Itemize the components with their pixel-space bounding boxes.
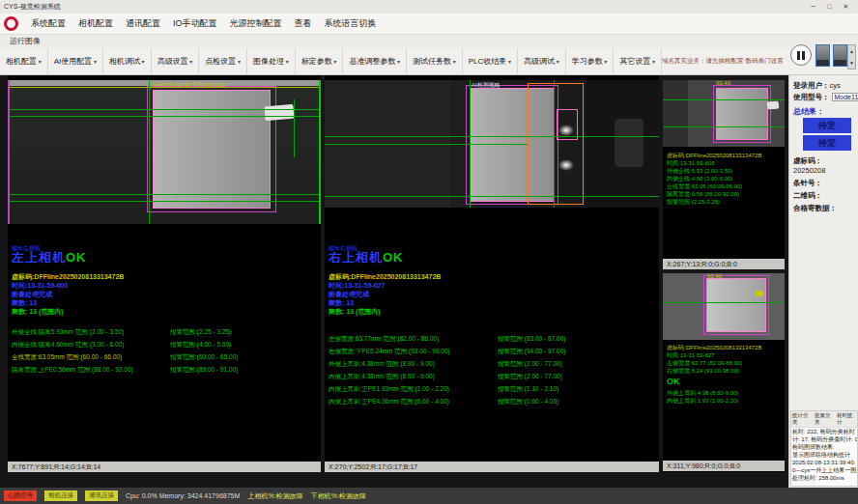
alarm-range-text: 报警范围:(1.10 - 2.10) bbox=[492, 385, 558, 394]
upper-camera-status: 上相机%:检测故障 bbox=[247, 491, 302, 501]
titlebar: CYS-视觉检测系统 ─ □ ✕ bbox=[0, 0, 858, 14]
measurement-row: 内侧全线:隔离4.60mm 范围:(3.00 - 6.00) 报警范围:(4.0… bbox=[8, 341, 321, 350]
stats-tab-time[interactable]: 耗时统计 bbox=[837, 412, 856, 426]
camera-panel-small-bottom: 93.40 虚标码:DFFIine2025020813313472B 时间:13… bbox=[663, 273, 785, 472]
maximize-button[interactable]: □ bbox=[821, 3, 838, 11]
stats-line: 处理耗时: 258.00ms bbox=[791, 474, 857, 482]
needle-label: 条针号： bbox=[793, 179, 822, 188]
ok-status: OK bbox=[667, 377, 680, 386]
stats-line: 0—cys一外上上结果一图像 bbox=[791, 466, 857, 474]
measurement-text: 全线宽度:63.05mm 范围:(60.00 - 66.00) bbox=[8, 353, 164, 362]
app-logo-icon bbox=[4, 16, 18, 31]
view-mode-label: 运行图像 bbox=[0, 35, 858, 48]
model-input[interactable]: Mode11 bbox=[832, 93, 858, 101]
ok-status: OK bbox=[383, 250, 404, 265]
login-user-label: 登录用户： bbox=[793, 81, 830, 90]
barcode-label: 虚标码： bbox=[793, 156, 822, 166]
camera-connection-indicator: 相机连接 bbox=[44, 490, 77, 501]
window-controls: ─ □ ✕ bbox=[805, 3, 854, 11]
green-hline bbox=[663, 99, 785, 100]
menu-item-system-config[interactable]: 系统配置 bbox=[31, 17, 66, 30]
heartbeat-indicator: 心跳信号 bbox=[4, 490, 37, 501]
camera-name: 右上相机 bbox=[329, 250, 383, 265]
stats-tab-category[interactable]: 统计分类 bbox=[792, 412, 812, 426]
menu-item-language-switch[interactable]: 系统语言切换 bbox=[325, 17, 377, 30]
toolbar-ai-config[interactable]: AI使用配置 bbox=[48, 48, 103, 75]
camera-result-title: 左上相机OK bbox=[12, 249, 87, 266]
camera-view-small-bottom[interactable]: 93.40 bbox=[663, 273, 785, 340]
bottom-status-bar: 心跳信号 相机连接 通讯连接 Cpu: 0.0% Memory: 3424.41… bbox=[0, 488, 858, 504]
menu-item-view[interactable]: 查看 bbox=[295, 17, 312, 30]
result-info-center: 输出右相机 右上相机OK 虚标码:DFFIine2025020813313472… bbox=[325, 75, 659, 472]
pause-icon bbox=[802, 51, 805, 60]
camera-thumb-button-1[interactable] bbox=[815, 44, 830, 67]
toolbar-spot-check[interactable]: 点检设置 bbox=[199, 48, 247, 75]
pixel-status-small-top: X:267;Y:13;R:0;G:0;B:0 bbox=[663, 259, 785, 269]
spinner-control[interactable]: ▲▼ bbox=[847, 44, 856, 70]
overlay-measure-label: 93.40 bbox=[716, 80, 730, 86]
camera-panel-center: AI检测概略 输出右相机 右上相机OK 虚标码:DFFIine202502081… bbox=[325, 75, 659, 472]
comm-connection-indicator: 通讯连接 bbox=[85, 490, 118, 501]
camera-thumb-button-2[interactable] bbox=[833, 44, 847, 67]
pause-button[interactable] bbox=[790, 44, 812, 66]
toolbar-baseline-adjust[interactable]: 基准调整参数 bbox=[343, 48, 407, 75]
window-title: CYS-视觉检测系统 bbox=[4, 2, 61, 12]
alarm-range-text: 报警范围:(4.00 - 5.00) bbox=[164, 341, 231, 350]
toolbar-other-settings[interactable]: 其它设置 bbox=[614, 48, 662, 75]
toolbar-calibration-params[interactable]: 标定参数 bbox=[296, 48, 344, 75]
measurement-row: 内侧上耳刺:王PE1.93mm 范围:(1.00 - 2.20) 报警范围:(1… bbox=[325, 385, 659, 394]
stats-panel: 统计分类 批量分类 耗时统计 耗时: 222, 检码分类耗时 计: 17, 检码… bbox=[790, 410, 858, 487]
measurement-row: 内侧上耳刺:4.38mm 范围:(8.00 - 9.00) 报警范围:(2.00… bbox=[325, 373, 659, 381]
pixel-status-small-bottom: X:311;Y:980;R:0;G:0;B:0 bbox=[663, 461, 785, 471]
measurement-text: 外侧全线:隔离5.93mm 范围:(2.00 - 3.50) bbox=[8, 328, 164, 337]
sidebar: 登录用户：cys 使用型号：Mode11 总结果： 待定 待定 虚标码： 202… bbox=[788, 75, 858, 488]
info-line: 内侧上耳刺:1.93 (1.00-2.20) bbox=[663, 397, 738, 406]
stats-line: 检码图班数结果: bbox=[791, 443, 857, 451]
measurement-text: 隔离宽度:上PE0.56mm 范围:(88.00 - 92.00) bbox=[8, 366, 164, 375]
menu-item-light-control[interactable]: 光源控制配置 bbox=[230, 17, 282, 30]
cpu-memory-text: Cpu: 0.0% Memory: 3424.41796875M bbox=[126, 492, 240, 499]
menu-item-comm-config[interactable]: 通讯配置 bbox=[126, 17, 160, 30]
camera-panel-left: N色均值:93.40 范围:[80/100] 输出左相机 左上相机OK 虚标码:… bbox=[8, 75, 321, 472]
model-label: 使用型号： bbox=[793, 93, 830, 101]
alarm-range-text: 报警范围:(60.00 - 65.00) bbox=[164, 353, 238, 362]
measurement-text: 外侧上耳刺:4.38mm 范围:(8.00 - 9.00) bbox=[325, 360, 492, 369]
menu-item-camera-config[interactable]: 相机配置 bbox=[78, 17, 113, 30]
close-button[interactable]: ✕ bbox=[838, 3, 854, 11]
result-info-left: 输出左相机 左上相机OK 虚标码:DFFIine2025020813313472… bbox=[8, 75, 321, 472]
measurement-text: 内侧上耳刺:王PE1.93mm 范围:(1.00 - 2.20) bbox=[325, 385, 492, 394]
toolbar-learning-params[interactable]: 学习参数 bbox=[566, 48, 615, 75]
toolbar-notice-text: 域名其实业务：请先抽检配置·数码条门设置 bbox=[662, 57, 784, 66]
toolbar-camera-config[interactable]: 相机配置 bbox=[0, 48, 48, 75]
alarm-range-text: 报警范围:(2.00 - 77.00) bbox=[492, 373, 562, 381]
toolbar-image-processing[interactable]: 图像处理 bbox=[247, 48, 296, 75]
stats-tabs: 统计分类 批量分类 耗时统计 bbox=[791, 411, 857, 428]
toolbar-camera-debug[interactable]: 相机调试 bbox=[103, 48, 152, 75]
alarm-range-text: 报警范围:(2.25 - 3.25) bbox=[164, 328, 231, 337]
camera-view-small-top[interactable]: 93.40 bbox=[663, 80, 785, 147]
result-box-2: 待定 bbox=[803, 135, 851, 151]
stats-tab-batch[interactable]: 批量分类 bbox=[815, 412, 834, 426]
toolbar-advanced-debug[interactable]: 高级调试 bbox=[518, 48, 566, 75]
toolbar-plc-results[interactable]: PLC收结果 bbox=[463, 48, 518, 75]
toolbar-advanced-settings[interactable]: 高级设置 bbox=[152, 48, 200, 75]
up-arrow-icon[interactable]: ▲ bbox=[848, 45, 855, 57]
battery-cell-image bbox=[716, 88, 768, 140]
minimize-button[interactable]: ─ bbox=[805, 3, 821, 11]
measurement-row: 左侧宽度:63.77mm 范围:(82.00 - 88.00) 报警范围:(83… bbox=[325, 335, 659, 344]
info-line: 报警范围:(2.25-3.25) bbox=[663, 198, 720, 207]
stats-line: 耗时: 222, 检码分类耗时 bbox=[791, 428, 857, 435]
dark-strip bbox=[663, 80, 688, 147]
camera-result-title: 右上相机OK bbox=[329, 249, 404, 266]
toolbar-test-tasks[interactable]: 测试任务数 bbox=[407, 48, 463, 75]
measurement-text: 内侧全线:隔离4.60mm 范围:(3.00 - 6.00) bbox=[8, 341, 164, 350]
toolbar: 相机配置 AI使用配置 相机调试 高级设置 点检设置 图像处理 标定参数 基准调… bbox=[0, 48, 858, 75]
total-result-label: 总结果： bbox=[793, 106, 824, 117]
overlay-measure-label: 93.40 bbox=[707, 273, 722, 279]
green-hline bbox=[663, 302, 785, 303]
down-arrow-icon[interactable]: ▼ bbox=[848, 57, 855, 69]
menu-item-io-manual-config[interactable]: IO手动配置 bbox=[173, 17, 217, 30]
result-box-1: 待定 bbox=[803, 118, 851, 133]
camera-name: 左上相机 bbox=[12, 250, 66, 265]
thumb-band bbox=[816, 60, 829, 66]
